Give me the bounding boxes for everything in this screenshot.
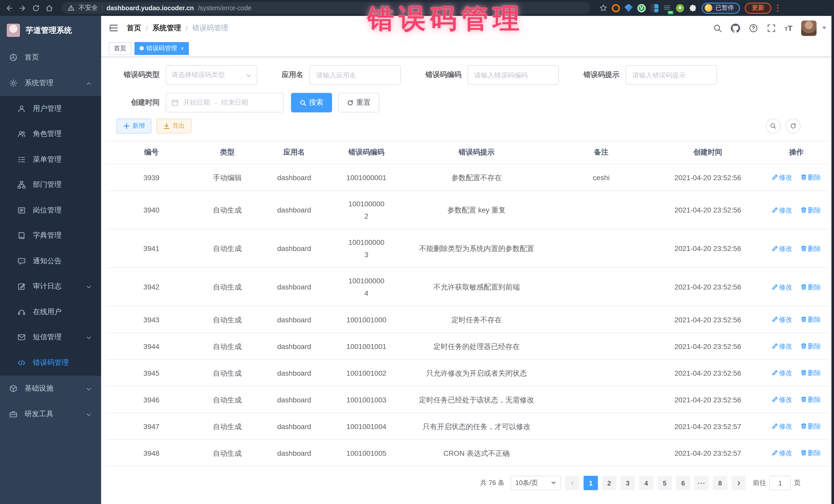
- sidebar-item-字典管理[interactable]: 字典管理: [0, 223, 101, 248]
- extension-grid-icon[interactable]: [650, 4, 658, 12]
- date-range-picker[interactable]: 开始日期 - 结束日期: [166, 93, 284, 112]
- bookmark-star-icon[interactable]: [599, 4, 607, 12]
- delete-link[interactable]: 删除: [800, 422, 821, 430]
- next-page-button[interactable]: [731, 476, 746, 490]
- sidebar-item-通知公告[interactable]: 通知公告: [0, 248, 101, 274]
- delete-link[interactable]: 删除: [800, 206, 821, 214]
- cell-app: dashboard: [258, 306, 330, 333]
- page-button-2[interactable]: 2: [602, 476, 616, 490]
- delete-link[interactable]: 删除: [800, 316, 821, 323]
- sidebar-toggle-icon[interactable]: [109, 23, 118, 33]
- edit-link[interactable]: 修改: [772, 422, 792, 430]
- fullscreen-icon[interactable]: [767, 23, 776, 32]
- edit-link[interactable]: 修改: [772, 342, 792, 350]
- url-bar[interactable]: 不安全 dashboard.yudao.iocoder.cn /system/e…: [62, 2, 590, 14]
- edit-link[interactable]: 修改: [772, 396, 792, 403]
- cell-hint: 定时任务的处理器已经存在: [403, 333, 551, 359]
- page-ellipsis-button[interactable]: ···: [695, 476, 709, 490]
- user-menu-caret-icon[interactable]: [822, 27, 826, 29]
- delete-link[interactable]: 删除: [800, 396, 821, 403]
- delete-link[interactable]: 删除: [800, 342, 821, 350]
- font-size-icon[interactable]: TT: [785, 24, 792, 32]
- sidebar-item-基础设施[interactable]: 基础设施: [0, 375, 101, 401]
- create-time-label: 创建时间: [116, 98, 160, 107]
- page-button-4[interactable]: 4: [639, 476, 653, 490]
- show-search-toggle-button[interactable]: [766, 118, 781, 133]
- sidebar-item-研发工具[interactable]: 研发工具: [0, 401, 101, 427]
- delete-link[interactable]: 删除: [800, 245, 821, 252]
- sidebar-item-审计日志[interactable]: 审计日志: [0, 274, 101, 299]
- sidebar-item-用户管理[interactable]: 用户管理: [0, 96, 101, 122]
- reset-button[interactable]: 重置: [338, 93, 379, 112]
- error-code-input[interactable]: [467, 65, 559, 85]
- error-hint-input[interactable]: [626, 65, 717, 85]
- github-icon[interactable]: [730, 23, 740, 32]
- cell-code: 1001001004: [330, 413, 403, 440]
- export-button[interactable]: 导出: [156, 118, 192, 133]
- sidebar-item-错误码管理[interactable]: 错误码管理: [0, 350, 101, 375]
- page-size-select[interactable]: 10条/页: [511, 476, 561, 490]
- page-button-5[interactable]: 5: [657, 476, 672, 490]
- tag-close-icon[interactable]: ×: [181, 45, 184, 51]
- page-button-6[interactable]: 6: [676, 476, 690, 490]
- tag-home[interactable]: 首页: [109, 42, 131, 54]
- sidebar-item-系统管理[interactable]: 系统管理: [0, 70, 101, 96]
- browser-menu-icon[interactable]: [776, 4, 780, 12]
- page-button-3[interactable]: 3: [620, 476, 635, 490]
- gear-icon: [9, 79, 18, 87]
- extension-key-icon[interactable]: [676, 4, 684, 12]
- cell-id: 3944: [106, 333, 197, 359]
- cell-time: 2021-04-20 23:52:57: [652, 440, 764, 466]
- page-button-1[interactable]: 1: [584, 476, 598, 490]
- app-logo-row[interactable]: 芋道管理系统: [0, 16, 101, 45]
- header-search-icon[interactable]: [712, 23, 722, 32]
- browser-reload-icon[interactable]: [32, 4, 40, 12]
- sidebar-item-部门管理[interactable]: 部门管理: [0, 172, 101, 198]
- url-security-label: 不安全: [79, 4, 98, 12]
- edit-link[interactable]: 修改: [772, 206, 792, 214]
- cell-remark: [551, 191, 652, 229]
- sidebar-item-角色管理[interactable]: 角色管理: [0, 122, 101, 147]
- browser-forward-icon[interactable]: [19, 4, 27, 12]
- extension-green-icon[interactable]: V: [637, 4, 646, 12]
- delete-link[interactable]: 删除: [800, 174, 821, 181]
- breadcrumb-system[interactable]: 系统管理: [152, 23, 181, 32]
- sidebar-item-短信管理[interactable]: 短信管理: [0, 325, 101, 350]
- edit-link[interactable]: 修改: [772, 369, 792, 377]
- browser-back-icon[interactable]: [5, 4, 13, 12]
- browser-home-icon[interactable]: [45, 4, 53, 12]
- prev-page-button[interactable]: [565, 476, 579, 490]
- error-type-select[interactable]: 请选择错误码类型: [166, 65, 257, 85]
- delete-link[interactable]: 删除: [800, 369, 821, 377]
- user-avatar[interactable]: [801, 20, 816, 36]
- breadcrumb-home[interactable]: 首页: [127, 23, 141, 32]
- app-name-input[interactable]: [309, 65, 401, 85]
- edit-link[interactable]: 修改: [772, 245, 792, 252]
- edit-link[interactable]: 修改: [772, 174, 792, 181]
- extension-vue-devtools-icon[interactable]: [624, 4, 633, 12]
- browser-update-button[interactable]: 更新: [745, 2, 771, 14]
- sidebar-item-岗位管理[interactable]: 岗位管理: [0, 198, 101, 223]
- edit-link[interactable]: 修改: [772, 449, 792, 457]
- goto-page-input[interactable]: [769, 476, 791, 490]
- sidebar-item-菜单管理[interactable]: 菜单管理: [0, 147, 101, 172]
- search-button[interactable]: 搜索: [291, 93, 332, 112]
- page-button-8[interactable]: 8: [713, 476, 727, 490]
- help-icon[interactable]: [749, 23, 758, 32]
- cell-code: 1001000003: [330, 229, 403, 268]
- refresh-button[interactable]: [786, 118, 800, 133]
- delete-link[interactable]: 删除: [800, 283, 821, 291]
- cell-code: 1001000002: [330, 191, 403, 229]
- extension-switch-icon[interactable]: on: [663, 4, 671, 12]
- cell-type: 自动生成: [197, 386, 258, 413]
- edit-link[interactable]: 修改: [772, 316, 792, 323]
- edit-link[interactable]: 修改: [772, 283, 792, 291]
- add-button[interactable]: 新增: [116, 118, 151, 133]
- extension-orange-icon[interactable]: [612, 4, 620, 12]
- delete-link[interactable]: 删除: [800, 449, 821, 457]
- extensions-puzzle-icon[interactable]: [689, 4, 697, 12]
- sidebar-item-在线用户[interactable]: 在线用户: [0, 299, 101, 325]
- extension-paused-pill[interactable]: 已暂停: [702, 2, 740, 14]
- sidebar-item-首页[interactable]: 首页: [0, 45, 101, 70]
- tag-error-code[interactable]: 错误码管理 ×: [134, 42, 189, 54]
